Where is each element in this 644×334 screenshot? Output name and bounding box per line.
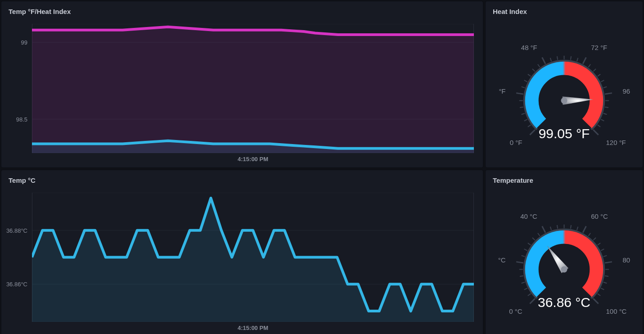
svg-line-54 [520,276,523,276]
gauge-readout: 99.05 °F [486,126,643,141]
svg-line-11 [524,80,527,82]
svg-line-58 [524,249,527,251]
svg-line-66 [571,225,571,229]
chart-plot-area[interactable] [32,193,474,322]
y-axis-ticks: 98.599 [1,24,30,153]
svg-line-25 [601,80,604,82]
svg-line-89 [605,262,612,263]
panel-title: Temp °C [1,170,483,184]
svg-text:°F: °F [499,87,505,95]
panel-title: Heat Index [486,1,643,15]
svg-text:72 °F: 72 °F [591,44,607,51]
y-tick-label: 36.88°C [6,227,27,234]
svg-line-5 [524,119,527,121]
svg-line-64 [557,225,558,229]
svg-text:96: 96 [623,87,630,95]
svg-line-78 [601,288,604,290]
svg-line-23 [593,69,596,72]
svg-line-59 [528,243,531,245]
svg-line-10 [522,87,525,88]
x-axis-ticks: 4:15:00 PM [32,325,474,333]
gauge-heat-index: 0 °F°F48 °F72 °F96120 °F [486,23,643,165]
svg-text:80: 80 [623,256,630,264]
svg-line-38 [542,58,545,64]
svg-line-22 [588,64,590,67]
svg-line-7 [520,107,523,108]
svg-point-93 [561,266,567,272]
x-tick-label: 4:15:00 PM [238,325,268,331]
svg-line-52 [524,288,527,290]
gauge-readout: 36.86 °C [486,295,643,310]
line-chart-tempc [32,193,474,322]
svg-point-46 [561,97,567,104]
svg-line-67 [577,227,578,230]
svg-line-57 [522,256,525,257]
svg-line-31 [601,119,604,121]
svg-line-69 [588,233,590,236]
svg-line-71 [598,243,600,245]
svg-line-29 [605,107,608,108]
svg-line-40 [583,58,586,64]
panel-title: Temperature [486,170,643,184]
svg-line-77 [603,282,607,283]
gauge-container: 0 °F°F48 °F72 °F96120 °F 99.05 °F [486,23,643,165]
svg-line-83 [516,262,523,263]
svg-line-17 [557,56,558,60]
svg-line-26 [603,87,607,88]
panel-temp-f-heat-index[interactable]: Temp °F/Heat Index 98.599 4:15:00 PM [1,1,483,168]
y-tick-label: 36.86°C [6,281,27,288]
svg-line-14 [538,64,540,67]
x-axis-ticks: 4:15:00 PM [32,156,474,164]
x-tick-label: 4:15:00 PM [238,156,268,162]
y-axis-ticks: 36.86°C36.88°C [1,193,30,322]
line-chart-tempf [32,24,474,153]
svg-line-72 [601,249,604,251]
svg-line-63 [550,227,551,230]
gauge-container: 0 °C°C40 °C60 °C80100 °C 36.86 °C [486,192,643,334]
svg-text:60 °C: 60 °C [591,212,608,220]
panel-temperature-gauge[interactable]: Temperature 0 °C°C40 °C60 °C80100 °C 36.… [485,170,643,334]
svg-line-60 [532,238,535,240]
y-tick-label: 98.5 [16,116,27,122]
svg-text:°C: °C [498,256,506,264]
svg-line-42 [605,93,612,94]
svg-line-13 [532,69,535,72]
svg-line-6 [522,113,525,114]
gauge-temperature: 0 °C°C40 °C60 °C80100 °C [486,192,643,334]
svg-line-19 [571,56,571,60]
panel-title: Temp °F/Heat Index [1,1,483,15]
y-tick-label: 99 [21,39,27,46]
svg-line-73 [603,256,607,257]
svg-line-30 [603,113,607,114]
svg-line-20 [577,58,578,62]
panel-temp-c[interactable]: Temp °C 36.86°C36.88°C 4:15:00 PM [1,170,483,334]
svg-line-85 [542,226,545,233]
svg-text:48 °F: 48 °F [521,44,537,51]
svg-line-76 [605,276,608,276]
chart-plot-area[interactable] [32,24,474,153]
svg-text:40 °C: 40 °C [520,212,537,220]
svg-line-24 [598,74,600,77]
panel-heat-index-gauge[interactable]: Heat Index 0 °F°F48 °F72 °F96120 °F 99.0… [485,1,643,168]
svg-line-70 [593,238,596,240]
svg-line-36 [516,93,523,94]
svg-line-16 [550,58,551,62]
svg-line-12 [528,74,531,77]
svg-line-53 [522,282,525,283]
svg-line-87 [583,226,586,233]
dashboard-grid: Temp °F/Heat Index 98.599 4:15:00 PM Hea… [0,0,644,334]
svg-line-61 [538,233,540,236]
